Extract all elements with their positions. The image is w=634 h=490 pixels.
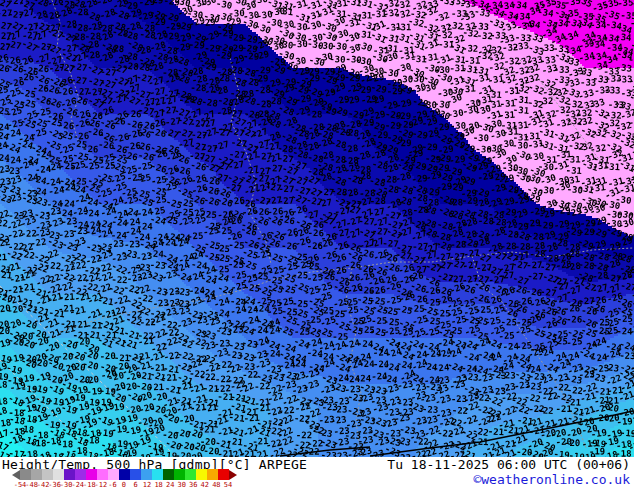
colorbar-tick: 12 [143,481,151,490]
colorbar-tick: 48 [212,481,220,490]
colorbar-tick: 30 [177,481,185,490]
colorbar-tick: 36 [189,481,197,490]
map-footer: Height/Temp. 500 hPa [gdmp][°C] ARPEGE T… [0,457,634,490]
colorbar-tick: -12 [95,481,108,490]
colorbar-segment [31,469,42,480]
colorbar-segment [218,469,229,480]
credit-link[interactable]: ©weatheronline.co.uk [473,472,630,487]
temperature-colorbar [12,469,237,480]
weather-map-page: Height/Temp. 500 hPa [gdmp][°C] ARPEGE T… [0,0,634,490]
colorbar-segment [163,469,174,480]
colorbar-segment [119,469,130,480]
colorbar-tick: 18 [154,481,162,490]
colorbar-right-arrow [229,470,237,480]
colorbar-segment [75,469,86,480]
colorbar-segment [141,469,152,480]
colorbar-segment [207,469,218,480]
colorbar-tick-labels: -54-48-42-36-30-24-18-12-606121824303642… [12,481,252,490]
colorbar-segment [86,469,97,480]
colorbar-segment [174,469,185,480]
colorbar-tick: 42 [201,481,209,490]
colorbar-tick: 6 [133,481,137,490]
colorbar-tick: 0 [122,481,126,490]
colorbar-segment [196,469,207,480]
colorbar-tick: 24 [166,481,174,490]
colorbar-segment [64,469,75,480]
colorbar-segment [108,469,119,480]
colorbar-segment [42,469,53,480]
colorbar-segment [53,469,64,480]
colorbar-tick: 54 [224,481,232,490]
valid-time: Tu 18-11-2025 06:00 UTC (00+06) [387,457,630,472]
colorbar-segment [20,469,31,480]
colorbar-segment [130,469,141,480]
colorbar-segment [152,469,163,480]
colorbar-segment [97,469,108,480]
colorbar-left-arrow [12,470,20,480]
temperature-field-map [0,0,634,457]
colorbar-tick: -6 [108,481,116,490]
colorbar-segment [185,469,196,480]
